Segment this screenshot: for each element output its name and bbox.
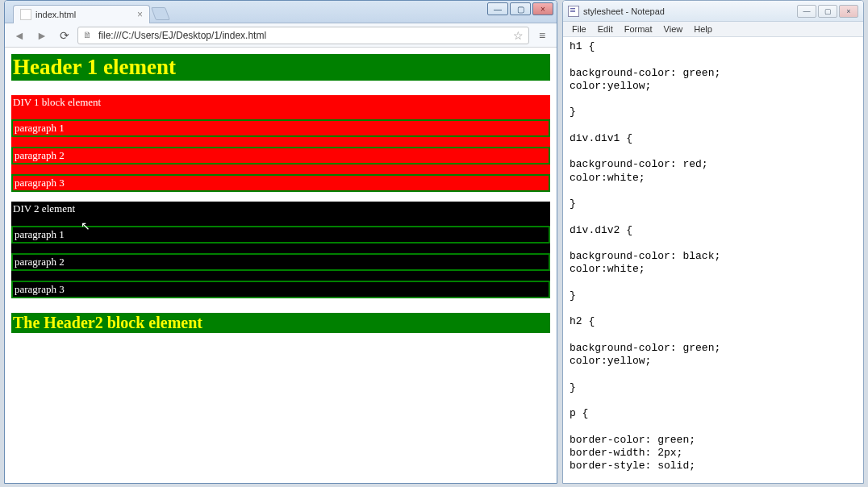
tab-title: index.html [35,10,76,19]
paragraph: paragraph 3 [11,174,550,192]
back-button[interactable]: ◄ [10,27,29,44]
notepad-window-controls: — ▢ × [797,5,858,18]
notepad-window: stylesheet - Notepad — ▢ × File Edit For… [562,0,864,484]
page-favicon [20,9,31,20]
menu-edit[interactable]: Edit [592,23,619,35]
chrome-menu-button[interactable]: ≡ [532,27,552,44]
div2-label: DIV 2 element [11,202,550,216]
maximize-button[interactable]: ▢ [510,2,531,15]
notepad-maximize-button[interactable]: ▢ [818,5,837,18]
notepad-close-button[interactable]: × [839,5,858,18]
notepad-titlebar[interactable]: stylesheet - Notepad — ▢ × [563,1,863,22]
notepad-app-icon [568,6,579,17]
notepad-title: stylesheet - Notepad [583,6,665,16]
url-text: file:///C:/Users/EJ/Desktop/1/index.html [98,30,266,41]
menu-format[interactable]: Format [619,23,658,35]
address-bar[interactable]: 🗎 file:///C:/Users/EJ/Desktop/1/index.ht… [77,27,529,44]
div2-block: DIV 2 element paragraph 1 paragraph 2 pa… [11,202,550,298]
rendered-page: Header 1 element DIV 1 block element par… [5,48,557,483]
forward-button[interactable]: ► [32,27,52,44]
menu-view[interactable]: View [658,23,689,35]
menu-file[interactable]: File [566,23,592,35]
notepad-menubar: File Edit Format View Help [563,22,863,37]
chrome-browser-window: index.html × — ▢ × ◄ ► ⟳ 🗎 file:///C:/Us… [4,0,557,484]
paragraph: paragraph 2 [11,147,550,164]
heading-2: The Header2 block element [11,313,550,333]
window-controls: — ▢ × [487,2,553,15]
close-button[interactable]: × [532,2,553,15]
paragraph: paragraph 1 [11,119,550,137]
div1-label: DIV 1 block element [11,95,550,110]
bookmark-star-icon[interactable]: ☆ [513,29,524,42]
chrome-toolbar: ◄ ► ⟳ 🗎 file:///C:/Users/EJ/Desktop/1/in… [5,23,557,48]
minimize-button[interactable]: — [487,2,508,15]
div1-block: DIV 1 block element paragraph 1 paragrap… [11,95,550,192]
menu-help[interactable]: Help [688,23,718,35]
paragraph: paragraph 1 [11,226,550,244]
chrome-titlebar[interactable]: index.html × — ▢ × [5,1,557,23]
paragraph: paragraph 2 [11,253,550,271]
notepad-text-area[interactable]: h1 { background-color: green; color:yell… [563,37,863,483]
heading-1: Header 1 element [11,54,550,81]
reload-button[interactable]: ⟳ [55,27,74,44]
new-tab-button[interactable] [151,7,170,20]
notepad-minimize-button[interactable]: — [797,5,816,18]
page-icon: 🗎 [83,30,94,41]
tab-close-icon[interactable]: × [137,9,143,20]
browser-tab[interactable]: index.html × [13,5,150,23]
paragraph: paragraph 3 [11,281,550,298]
